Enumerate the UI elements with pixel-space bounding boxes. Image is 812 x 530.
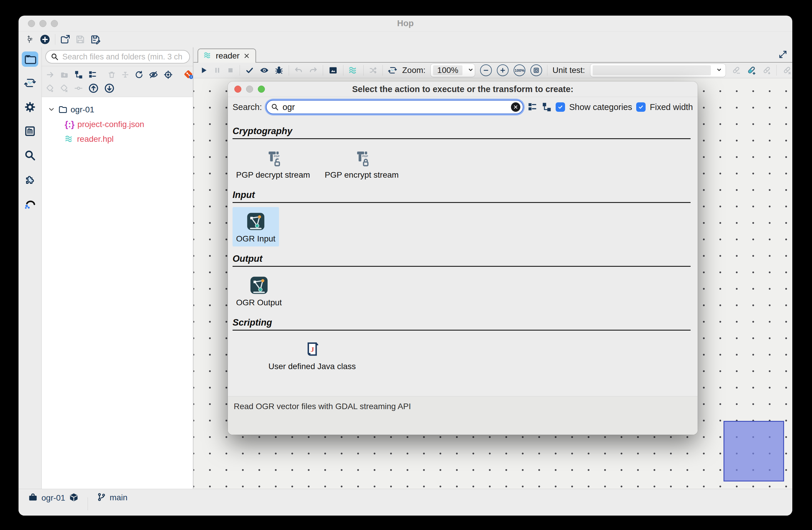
rename-file-button[interactable] <box>121 71 129 79</box>
search-icon <box>50 53 59 62</box>
zoom-out-button[interactable] <box>480 65 492 76</box>
sort-transforms-button[interactable] <box>369 66 377 75</box>
close-tab-button[interactable] <box>243 52 250 59</box>
transform-picker-dialog: Select the action to execute or the tran… <box>228 82 698 435</box>
open-file-button[interactable] <box>60 34 71 45</box>
goto-file-button[interactable] <box>163 70 173 80</box>
tab-reader[interactable]: reader <box>198 48 256 63</box>
dialog-tree-view-button[interactable] <box>541 102 552 112</box>
neo4j-perspective-button[interactable] <box>22 196 38 212</box>
save-button[interactable] <box>75 34 85 44</box>
window-titlebar: Hop <box>18 16 792 31</box>
fixed-width-label: Fixed width <box>650 102 693 112</box>
preview-button[interactable] <box>259 65 269 75</box>
environment-cube-icon <box>69 492 79 503</box>
run-button[interactable] <box>199 66 208 75</box>
branch-name: main <box>110 493 128 502</box>
toolbar-divider <box>323 65 323 75</box>
canvas-note-rectangle[interactable] <box>724 421 784 482</box>
remove-from-favorites-button[interactable] <box>60 84 69 92</box>
unit-test-label: Unit test: <box>552 66 585 75</box>
expand-all-button[interactable] <box>88 83 99 94</box>
delete-file-button[interactable] <box>107 71 116 79</box>
delete-unit-test-button[interactable] <box>782 65 792 75</box>
transform-item-ogr-input[interactable]: OGR Input <box>233 207 279 246</box>
perspective-rail <box>18 47 42 492</box>
maximize-editor-button[interactable] <box>778 50 787 59</box>
tab-label: reader <box>216 51 240 61</box>
new-folder-button[interactable] <box>60 70 69 79</box>
toolbar-divider <box>289 65 289 75</box>
new-item-button[interactable] <box>40 34 50 45</box>
configuration-perspective-button[interactable] <box>22 100 38 115</box>
dialog-status-area: Read OGR vector files with GDAL streamin… <box>228 396 698 435</box>
dialog-search-input[interactable] <box>266 100 523 114</box>
hide-files-button[interactable] <box>149 70 158 80</box>
redo-button[interactable] <box>308 66 318 75</box>
transform-item-pgp-decrypt-stream[interactable]: PGP PGP decrypt stream <box>233 143 314 183</box>
save-as-button[interactable] <box>90 34 101 45</box>
java-class-scroll-icon: J <box>303 338 322 359</box>
pgp-decrypt-icon: PGP <box>264 146 282 168</box>
chevron-down-icon <box>48 105 55 114</box>
tree-row-project-folder[interactable]: ogr-01 <box>42 102 193 117</box>
debug-button[interactable] <box>274 66 284 75</box>
unit-test-combobox[interactable] <box>590 63 726 77</box>
navigate-forward-button[interactable] <box>46 70 55 79</box>
clear-search-button[interactable] <box>511 102 520 112</box>
list-view-button[interactable] <box>88 70 97 79</box>
plugins-perspective-button[interactable] <box>22 172 38 187</box>
svg-text:PGP: PGP <box>362 155 368 158</box>
data-orchestration-perspective-button[interactable] <box>22 75 38 91</box>
create-unit-test-button[interactable] <box>746 65 756 75</box>
connector-button[interactable] <box>74 84 83 92</box>
metadata-icon <box>24 125 36 138</box>
explorer-perspective-button[interactable] <box>22 52 38 67</box>
git-branch-chip[interactable]: main <box>95 492 129 503</box>
svg-text:PGP: PGP <box>274 155 279 158</box>
pause-button[interactable] <box>213 66 221 74</box>
svg-text:J: J <box>310 346 314 353</box>
hop-main-window: Hop <box>18 16 792 516</box>
dialog-search-row: Search: Show categories <box>228 97 698 117</box>
tree-view-button[interactable] <box>74 70 83 79</box>
git-branch-icon <box>97 492 106 503</box>
metadata-perspective-button[interactable] <box>22 124 38 139</box>
git-info-button[interactable]: i <box>184 69 194 80</box>
fixed-width-checkbox[interactable] <box>636 102 646 112</box>
transform-item-user-defined-java-class[interactable]: J User defined Java class <box>265 335 359 374</box>
toolbar-divider <box>777 65 777 75</box>
show-categories-checkbox[interactable] <box>556 102 565 112</box>
undo-button[interactable] <box>294 66 303 75</box>
tree-row-file[interactable]: {:} project-config.json <box>42 117 193 132</box>
transform-label: PGP encrypt stream <box>325 170 399 180</box>
stop-button[interactable] <box>227 66 235 74</box>
toolbar-divider <box>363 65 364 75</box>
transform-item-pgp-encrypt-stream[interactable]: PGP PGP encrypt stream <box>321 143 403 183</box>
zoom-fit-button[interactable] <box>530 65 542 76</box>
pipeline-waves-icon <box>348 65 358 75</box>
transform-item-ogr-output[interactable]: OGR Output <box>233 271 286 310</box>
detach-unit-test-button[interactable] <box>762 65 771 75</box>
collapse-all-button[interactable] <box>104 83 115 94</box>
snapshot-button[interactable] <box>328 65 338 75</box>
project-chip[interactable]: ogr-01 <box>26 492 81 503</box>
tree-row-file[interactable]: reader.hpl <box>42 132 193 146</box>
ogr-output-icon <box>249 274 269 296</box>
zoom-100-button[interactable]: 100% <box>513 65 525 76</box>
statusbar-divider <box>88 497 88 510</box>
add-to-favorites-button[interactable] <box>46 84 55 92</box>
folder-name: ogr-01 <box>71 105 95 114</box>
category-header: Input <box>233 190 691 203</box>
zoom-in-button[interactable] <box>497 65 509 76</box>
edit-unit-test-button[interactable] <box>731 65 741 75</box>
folder-icon <box>24 53 36 66</box>
file-name: project-config.json <box>77 120 144 129</box>
files-search-input[interactable] <box>45 50 190 63</box>
check-pipeline-button[interactable] <box>245 66 254 75</box>
zoom-combobox[interactable]: 100% <box>431 63 475 77</box>
refresh-button[interactable] <box>135 70 144 79</box>
search-perspective-button[interactable] <box>22 148 38 163</box>
dialog-list-view-button[interactable] <box>527 102 537 112</box>
toolbar-divider <box>240 65 240 75</box>
